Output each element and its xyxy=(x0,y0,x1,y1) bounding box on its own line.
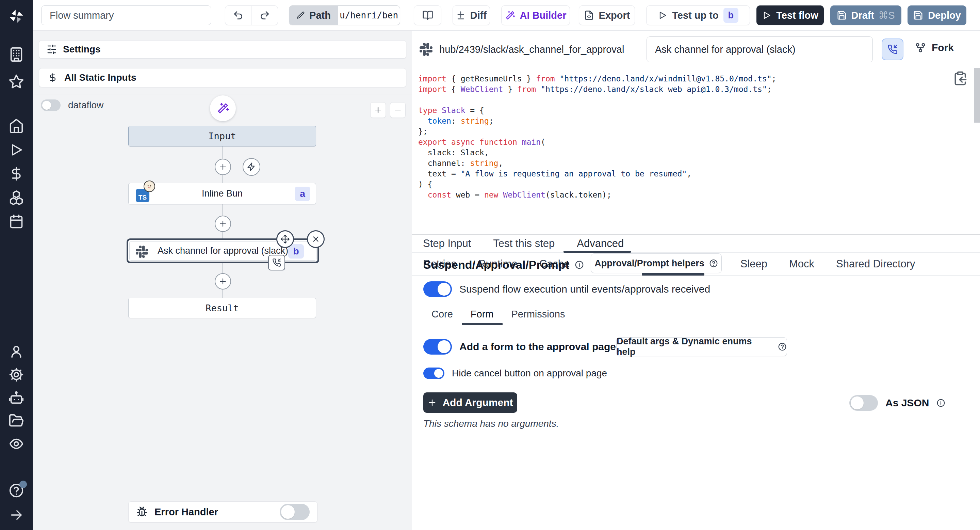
ai-flow-wand-button[interactable] xyxy=(210,95,236,121)
suspend-heading-row: Suspend/Approval/Prompt xyxy=(423,258,584,271)
add-step-button[interactable] xyxy=(215,273,231,289)
step-name-input[interactable]: Ask channel for approval (slack) xyxy=(646,37,873,62)
step-tabs: Step Input Test this step Advanced xyxy=(412,235,980,253)
ai-builder-button[interactable]: AI Builder xyxy=(501,5,570,25)
test-up-to-button[interactable]: Test up to b xyxy=(646,5,750,25)
resources-icon[interactable] xyxy=(8,190,24,205)
deploy-button[interactable]: Deploy xyxy=(907,5,966,25)
folders-icon[interactable] xyxy=(8,413,24,428)
tab-test-this-step[interactable]: Test this step xyxy=(493,238,555,250)
suspend-toggle[interactable] xyxy=(423,281,452,297)
info-icon[interactable] xyxy=(575,260,584,270)
clipboard-copy-icon xyxy=(953,71,968,86)
test-up-to-label: Test up to xyxy=(672,10,718,21)
variables-icon[interactable] xyxy=(9,166,24,181)
all-static-inputs-button[interactable]: All Static Inputs xyxy=(39,68,406,87)
inline-bun-node[interactable]: TS Inline Bun a xyxy=(128,183,316,204)
workspace-icon[interactable] xyxy=(8,47,24,62)
help-icon[interactable] xyxy=(8,483,24,498)
zoom-in-button[interactable] xyxy=(370,102,386,118)
approval-node-label: Ask channel for approval (slack) xyxy=(158,246,288,256)
fork-button[interactable]: Fork xyxy=(915,42,954,53)
path-button[interactable]: Path xyxy=(289,6,338,25)
redo-button[interactable] xyxy=(251,6,278,25)
diff-icon xyxy=(456,11,466,20)
flow-summary-input[interactable]: Flow summary xyxy=(41,5,211,25)
favorites-star-icon[interactable] xyxy=(8,74,24,89)
tab-form[interactable]: Form xyxy=(471,309,494,320)
docs-button[interactable] xyxy=(414,5,441,25)
runs-icon[interactable] xyxy=(9,142,24,157)
hide-cancel-toggle[interactable] xyxy=(423,367,444,379)
zap-icon xyxy=(247,162,256,172)
tab-permissions[interactable]: Permissions xyxy=(511,309,565,320)
book-open-icon xyxy=(422,10,433,21)
dataflow-label: dataflow xyxy=(68,100,103,111)
deploy-label: Deploy xyxy=(928,10,961,21)
hub-path[interactable]: hub/2439/slack/ask_channel_for_approval xyxy=(439,44,624,55)
users-icon[interactable] xyxy=(9,344,24,359)
add-step-button[interactable] xyxy=(215,216,231,232)
git-fork-icon xyxy=(915,42,926,53)
subtab-shared-directory[interactable]: Shared Directory xyxy=(836,258,915,270)
move-node-button[interactable] xyxy=(276,230,294,248)
home-icon[interactable] xyxy=(8,118,24,134)
code-editor[interactable]: import { getResumeUrls } from "https://d… xyxy=(412,68,980,235)
export-button[interactable]: Export xyxy=(579,5,635,25)
zoom-out-button[interactable] xyxy=(390,102,406,118)
input-node[interactable]: Input xyxy=(128,126,316,147)
path-value[interactable]: u/henri/ben xyxy=(338,6,400,25)
diff-label: Diff xyxy=(470,10,487,21)
diff-button[interactable]: Diff xyxy=(453,5,490,25)
default-args-help-button[interactable]: Default args & Dynamic enums help xyxy=(616,337,787,356)
copy-code-button[interactable] xyxy=(953,71,968,86)
draft-label: Draft xyxy=(851,10,874,21)
test-flow-button[interactable]: Test flow xyxy=(756,5,824,25)
test-up-to-step-badge: b xyxy=(724,8,738,23)
error-handler-toggle[interactable] xyxy=(280,504,310,520)
undo-icon xyxy=(233,10,243,21)
add-form-toggle-row: Add a form to the approval page xyxy=(423,339,616,354)
settings-gear-icon[interactable] xyxy=(8,367,24,383)
audit-eye-icon[interactable] xyxy=(8,436,24,452)
flow-summary-value: Flow summary xyxy=(50,10,114,21)
help-circle-icon xyxy=(778,342,787,351)
delete-node-button[interactable] xyxy=(307,230,325,248)
tab-advanced[interactable]: Advanced xyxy=(577,238,624,250)
wand-sparkles-icon xyxy=(217,102,229,115)
add-form-toggle[interactable] xyxy=(423,339,452,354)
code-scrollbar[interactable] xyxy=(974,68,980,123)
draft-button[interactable]: Draft ⌘S xyxy=(830,5,901,25)
undo-button[interactable] xyxy=(225,6,251,25)
dollar-icon xyxy=(48,73,57,82)
dataflow-toggle-row: dataflow xyxy=(41,99,103,111)
suspend-heading: Suspend/Approval/Prompt xyxy=(423,258,569,271)
plus-icon xyxy=(427,398,437,407)
result-node[interactable]: Result xyxy=(128,298,316,318)
add-step-button[interactable] xyxy=(215,159,231,175)
schedules-icon[interactable] xyxy=(9,214,24,229)
info-icon[interactable] xyxy=(937,399,945,407)
path-group: Path u/henri/ben xyxy=(289,5,400,25)
flow-settings-button[interactable]: Settings xyxy=(39,40,406,59)
as-json-label: As JSON xyxy=(885,397,929,409)
workers-robot-icon[interactable] xyxy=(8,390,24,405)
add-trigger-button[interactable] xyxy=(243,158,260,176)
suspend-phone-button[interactable] xyxy=(882,38,904,60)
subtab-sleep[interactable]: Sleep xyxy=(740,258,767,270)
approval-helpers-button[interactable]: Approval/Prompt helpers xyxy=(591,254,722,273)
add-argument-button[interactable]: Add Argument xyxy=(423,393,517,413)
path-label: Path xyxy=(309,10,331,21)
add-form-label: Add a form to the approval page xyxy=(460,341,616,353)
as-json-toggle[interactable] xyxy=(850,395,878,411)
tab-core[interactable]: Core xyxy=(431,309,453,320)
bun-icon xyxy=(143,180,155,192)
suspend-phone-badge[interactable] xyxy=(268,255,285,270)
expand-sidebar-arrow-icon[interactable] xyxy=(9,508,24,522)
sidebar-divider xyxy=(3,33,29,33)
windmill-logo-icon[interactable] xyxy=(8,8,25,27)
subtab-mock[interactable]: Mock xyxy=(789,258,814,270)
tab-step-input[interactable]: Step Input xyxy=(423,238,471,250)
play-icon xyxy=(658,11,667,20)
dataflow-toggle[interactable] xyxy=(41,99,60,111)
